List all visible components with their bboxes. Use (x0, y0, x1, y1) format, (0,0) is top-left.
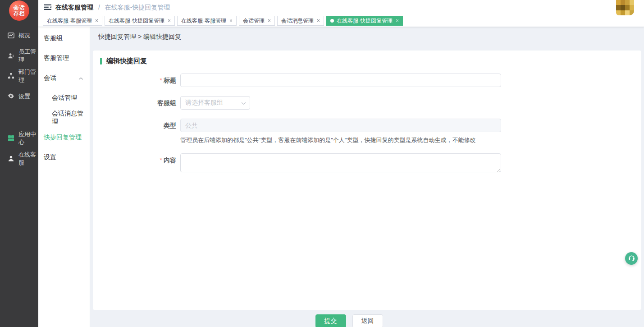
edit-quick-reply-card: 编辑快捷回复 *标题 客服组 请选择客服组 (93, 51, 641, 310)
subnav-item-session[interactable]: 会话 (38, 68, 90, 88)
sidebar-item-app-center[interactable]: 应用中心 (0, 128, 38, 148)
secondary-sidebar: 客服组 客服管理 会话 会话管理 会话消息管理 快捷回复管理 设置 (38, 27, 90, 327)
tab-label: 会话管理 (243, 17, 265, 25)
staff-icon (8, 52, 14, 59)
subnav-item-service-management[interactable]: 客服管理 (38, 48, 90, 68)
tab-label: 会话消息管理 (281, 17, 314, 25)
close-tab-icon[interactable]: × (396, 18, 399, 23)
form-row-service-group: 客服组 请选择客服组 (100, 96, 634, 110)
subnav-label: 快捷回复管理 (44, 134, 82, 142)
logo-text-line2: 存档 (14, 11, 25, 17)
breadcrumb-section[interactable]: 在线客服管理 (55, 4, 93, 11)
view-tab[interactable]: 在线客服-快捷回复管理 × (105, 16, 175, 26)
sidebar-item-label: 员工管理 (18, 48, 38, 64)
subnav-label: 客服组 (44, 34, 63, 42)
title-input[interactable] (180, 74, 501, 87)
chevron-up-icon (78, 74, 83, 82)
type-label: 类型 (100, 119, 180, 132)
subnav-label: 会话消息管理 (52, 110, 83, 126)
tab-label: 在线客服-快捷回复管理 (109, 17, 164, 25)
page-breadcrumb-text: 快捷回复管理 > 编辑快捷回复 (98, 33, 181, 41)
section-accent-bar (100, 58, 102, 64)
sidebar-item-label: 应用中心 (18, 130, 38, 147)
active-tab-dot-icon (330, 19, 334, 23)
breadcrumb-separator: / (98, 4, 100, 11)
subnav-label: 会话管理 (52, 94, 77, 102)
subnav-label: 设置 (44, 153, 56, 161)
close-tab-icon[interactable]: × (268, 18, 271, 23)
subnav-item-settings[interactable]: 设置 (38, 147, 90, 167)
chevron-down-icon (241, 99, 246, 107)
form-row-type: 类型 公共 管理员在后端添加的都是"公共"类型，客服在前端添加的是"个人"类型，… (100, 119, 634, 144)
content-label: *内容 (100, 153, 180, 167)
sidebar-item-label: 部门管理 (18, 68, 38, 84)
breadcrumb-page: 在线客服-快捷回复管理 (105, 4, 170, 11)
sidebar-spacer (0, 106, 38, 128)
form-row-title: *标题 (100, 74, 634, 87)
subnav-item-service-group[interactable]: 客服组 (38, 28, 90, 48)
sidebar-item-settings[interactable]: 设置 (0, 86, 38, 106)
section-title-text: 编辑快捷回复 (106, 57, 147, 65)
tab-label: 在线客服-快捷回复管理 (337, 17, 393, 25)
subnav-item-quick-reply-management[interactable]: 快捷回复管理 (38, 128, 90, 147)
view-tab[interactable]: 在线客服-客服管理 × (177, 16, 237, 26)
close-tab-icon[interactable]: × (317, 18, 320, 23)
sidebar-collapse-icon[interactable] (44, 4, 52, 11)
breadcrumb: 在线客服管理 / 在线客服-快捷回复管理 (55, 4, 170, 12)
sidebar-item-overview[interactable]: 概况 (0, 25, 38, 46)
tab-label: 在线客服-客服管理 (181, 17, 226, 25)
content-label-text: 内容 (164, 157, 176, 164)
sidebar-item-department[interactable]: 部门管理 (0, 66, 38, 86)
sidebar-item-label: 在线客服 (18, 151, 38, 167)
avatar[interactable] (616, 0, 634, 15)
customer-service-icon (8, 155, 14, 162)
subnav-item-session-management[interactable]: 会话管理 (38, 88, 90, 108)
gear-icon (8, 93, 14, 100)
service-group-label-text: 客服组 (157, 99, 176, 106)
headset-icon (628, 254, 635, 263)
page-breadcrumb: 快捷回复管理 > 编辑快捷回复 (90, 27, 644, 47)
section-title: 编辑快捷回复 (100, 57, 634, 65)
title-label-text: 标题 (164, 77, 176, 84)
type-input-disabled: 公共 (180, 119, 501, 132)
sidebar-item-label: 概况 (18, 32, 30, 40)
select-placeholder: 请选择客服组 (185, 99, 241, 107)
view-tab[interactable]: 会话消息管理 × (277, 16, 324, 26)
form-footer: 提交 返回 (72, 310, 626, 327)
tab-label: 在线客服-客服管理 (47, 17, 92, 25)
title-label: *标题 (100, 74, 180, 87)
logo-text-line1: 会话 (14, 5, 25, 11)
top-header: 在线客服管理 / 在线客服-快捷回复管理 (38, 0, 644, 15)
service-group-label: 客服组 (100, 96, 180, 110)
floating-customer-service-button[interactable] (625, 252, 638, 265)
view-tab[interactable]: 会话管理 × (239, 16, 275, 26)
subnav-item-session-message-management[interactable]: 会话消息管理 (38, 108, 90, 128)
app-logo[interactable]: 会话 存档 (0, 0, 38, 25)
required-asterisk: * (160, 77, 162, 84)
primary-sidebar: 会话 存档 概况 员工管理 部门管理 设置 应用中心 (0, 0, 38, 327)
app-logo-circle: 会话 存档 (9, 0, 29, 21)
main-content: 快捷回复管理 > 编辑快捷回复 编辑快捷回复 *标题 客服组 请选择客服组 (90, 27, 644, 327)
close-tab-icon[interactable]: × (229, 18, 233, 23)
required-asterisk: * (160, 157, 162, 164)
view-tab[interactable]: 在线客服-快捷回复管理 × (326, 16, 403, 26)
sidebar-item-label: 设置 (18, 92, 30, 101)
close-tab-icon[interactable]: × (168, 18, 171, 23)
subnav-label: 会话 (44, 74, 56, 82)
type-label-text: 类型 (164, 122, 176, 129)
content-textarea[interactable] (180, 153, 501, 172)
sidebar-item-staff[interactable]: 员工管理 (0, 46, 38, 66)
submit-button[interactable]: 提交 (315, 314, 346, 327)
department-tree-icon (8, 73, 14, 79)
tags-view-bar: 在线客服-客服管理 × 在线客服-快捷回复管理 × 在线客服-客服管理 × 会话… (38, 15, 644, 27)
overview-chart-icon (8, 32, 14, 39)
type-help-text: 管理员在后端添加的都是"公共"类型，客服在前端添加的是"个人"类型，快捷回复的类… (180, 136, 501, 144)
form-row-content: *内容 (100, 153, 634, 174)
sidebar-item-online-service[interactable]: 在线客服 (0, 148, 38, 169)
view-tab[interactable]: 在线客服-客服管理 × (43, 16, 102, 26)
back-button[interactable]: 返回 (352, 314, 383, 327)
service-group-select[interactable]: 请选择客服组 (180, 96, 250, 110)
close-tab-icon[interactable]: × (95, 18, 98, 23)
apps-grid-icon (8, 135, 14, 142)
subnav-label: 客服管理 (44, 54, 69, 62)
